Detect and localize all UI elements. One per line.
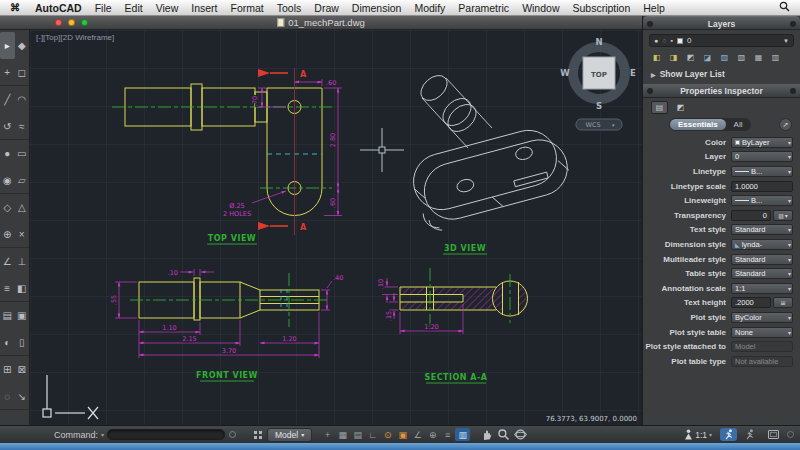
select-object-button[interactable]: ↗ — [779, 118, 792, 131]
make-current-icon[interactable]: ◪ — [700, 51, 715, 64]
zoom-window-button[interactable] — [81, 19, 88, 26]
angle-tool-icon[interactable]: ∠ — [0, 248, 15, 275]
table-style-dropdown[interactable]: Standard — [731, 268, 793, 279]
transparency-options-button[interactable]: ▨▾ — [773, 210, 793, 221]
section-cut-line[interactable]: A A — [270, 68, 307, 235]
move-tool-icon[interactable]: + — [0, 59, 15, 86]
plot-style-dropdown[interactable]: ByColor — [731, 312, 793, 323]
menu-window[interactable]: Window — [522, 2, 559, 14]
color-dropdown[interactable]: ByLayer — [731, 137, 793, 148]
layer-previous-icon[interactable]: ▨ — [717, 51, 732, 64]
lock-layer-icon[interactable]: ▦ — [751, 51, 766, 64]
menu-draw[interactable]: Draw — [314, 2, 339, 14]
center-mark-tool-icon[interactable]: ⊕ — [0, 221, 15, 248]
minimize-window-button[interactable] — [68, 19, 75, 26]
annotation-scale-button[interactable]: 1:1 ▾ — [680, 428, 716, 441]
object-snap-tracking-toggle[interactable]: ∠ — [410, 428, 425, 441]
dynamic-input-toggle[interactable]: ⊕ — [425, 428, 440, 441]
spline-tool-icon[interactable]: ≈ — [15, 113, 30, 140]
object-snap-toggle[interactable]: ▣ — [395, 428, 410, 441]
table-tool-icon[interactable]: ▤ — [0, 302, 15, 329]
polygon-tool-icon[interactable]: ▱ — [15, 167, 30, 194]
annotation-scale-dropdown[interactable]: 1:1 — [731, 283, 793, 294]
arc-tool-icon[interactable]: ◠ — [15, 86, 30, 113]
menu-modify[interactable]: Modify — [414, 2, 445, 14]
object-properties-tab[interactable]: ▤ — [651, 101, 668, 114]
text-height-input[interactable]: .2000 — [731, 297, 771, 308]
drawing-canvas[interactable]: [-][Top][2D Wireframe] — [30, 30, 642, 425]
line-tool-icon[interactable]: ╱ — [0, 86, 15, 113]
segment-all[interactable]: All — [726, 119, 751, 130]
donut-tool-icon[interactable]: ◉ — [0, 167, 15, 194]
menu-edit[interactable]: Edit — [125, 2, 143, 14]
viewcube-north[interactable]: N — [595, 37, 602, 47]
viewcube-west[interactable]: W — [560, 68, 570, 78]
select-tool-icon[interactable]: ▸ — [0, 32, 15, 59]
text-style-dropdown[interactable]: Standard — [731, 224, 793, 235]
menu-parametric[interactable]: Parametric — [458, 2, 509, 14]
transparency-input[interactable]: 0 — [731, 210, 771, 221]
rectangle-tool-icon[interactable]: ◻ — [15, 59, 30, 86]
menu-tools[interactable]: Tools — [277, 2, 302, 14]
resize-grip-icon[interactable] — [787, 431, 794, 438]
command-options-icon[interactable] — [229, 431, 236, 438]
new-layer-icon[interactable]: ◧ — [649, 51, 664, 64]
zoom-magnifier-icon[interactable] — [497, 428, 510, 441]
multileader-style-dropdown[interactable]: Standard — [731, 254, 793, 265]
linetype-scale-input[interactable]: 1.0000 — [731, 181, 793, 192]
linetype-dropdown[interactable]: B... — [731, 166, 793, 177]
circle-tool-icon[interactable]: ● — [0, 140, 15, 167]
gradient-tool-icon[interactable]: ◧ — [15, 275, 30, 302]
lasso-tool-icon[interactable]: ◆ — [15, 32, 30, 59]
menu-format[interactable]: Format — [231, 2, 264, 14]
menu-autocad[interactable]: AutoCAD — [35, 2, 82, 14]
orbit-icon[interactable] — [514, 428, 527, 441]
section-view-drawing[interactable]: .10 .15 1.20 SECTION A-A — [377, 268, 528, 383]
freeze-layer-icon[interactable]: ▧ — [734, 51, 749, 64]
lineweight-display-toggle[interactable]: ≡ — [440, 428, 455, 441]
quick-select-tab[interactable]: ◩ — [672, 101, 689, 114]
grid-layout-icon[interactable] — [254, 431, 262, 439]
show-layer-list-toggle[interactable]: ▶ Show Layer List — [643, 66, 800, 84]
apple-menu-icon[interactable]: ⌘ — [10, 2, 20, 13]
segment-essentials[interactable]: Essentials — [670, 119, 726, 130]
pan-hand-icon[interactable] — [480, 428, 493, 441]
layers-panel-header[interactable]: Layers — [643, 16, 800, 30]
viewcube-east[interactable]: E — [630, 68, 636, 78]
viewport-controls[interactable]: [-][Top][2D Wireframe] — [36, 33, 114, 42]
rectangle-solid-tool-icon[interactable]: ▭ — [15, 140, 30, 167]
array-tool-icon[interactable]: ⊞ — [0, 356, 15, 383]
menu-insert[interactable]: Insert — [191, 2, 217, 14]
region-tool-icon[interactable]: ▣ — [15, 302, 30, 329]
properties-panel-header[interactable]: Properties Inspector — [643, 84, 800, 98]
triangle-tool-icon[interactable]: △ — [15, 194, 30, 221]
offset-tool-icon[interactable]: ◌ — [0, 383, 15, 410]
command-history-icon[interactable]: ▾ — [101, 431, 104, 438]
front-view-drawing[interactable]: .10 .55 .40 1.10 2.15 3.70 1.20 FRONT VI… — [110, 269, 343, 381]
grid-table-toggle[interactable]: ▤ — [350, 428, 365, 441]
command-input[interactable] — [107, 429, 225, 440]
spotlight-search-icon[interactable] — [779, 1, 790, 14]
menu-subscription[interactable]: Subscription — [572, 2, 630, 14]
dimension-style-dropdown[interactable]: ◣lynda- — [731, 239, 793, 250]
maximize-view-icon[interactable] — [768, 430, 779, 439]
menu-view[interactable]: View — [156, 2, 179, 14]
layer-dropdown[interactable]: 0 — [731, 151, 793, 162]
quick-properties-toggle[interactable]: ▥ — [455, 428, 470, 441]
fillet-tool-icon[interactable]: ◐ — [0, 329, 15, 356]
close-window-button[interactable] — [55, 19, 62, 26]
text-height-button[interactable]: ⊞ — [773, 297, 793, 308]
snap-mode-toggle[interactable]: + — [320, 428, 335, 441]
top-view-drawing[interactable]: A A — [112, 68, 342, 244]
ortho-mode-toggle[interactable]: ∟ — [365, 428, 380, 441]
extend-tool-icon[interactable]: ▯ — [15, 329, 30, 356]
iso-view-drawing[interactable]: 3D VIEW — [407, 71, 575, 254]
model-space-button[interactable]: Model▾ — [267, 428, 312, 442]
layer-states-icon[interactable]: ◩ — [683, 51, 698, 64]
plot-style-table-dropdown[interactable]: None — [731, 327, 793, 338]
perpendicular-tool-icon[interactable]: ⊥ — [15, 248, 30, 275]
polar-tracking-toggle[interactable]: ⊙ — [380, 428, 395, 441]
menu-dimension[interactable]: Dimension — [352, 2, 402, 14]
revision-cloud-tool-icon[interactable]: ↺ — [0, 113, 15, 140]
measure-tool-icon[interactable]: ↘ — [15, 383, 30, 410]
